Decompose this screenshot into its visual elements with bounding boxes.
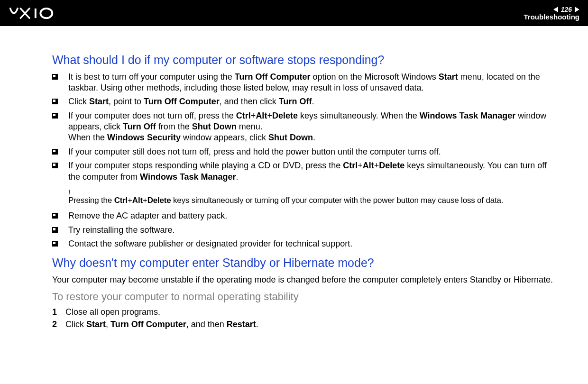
bullet-icon bbox=[52, 163, 58, 168]
step-text: Close all open programs. bbox=[65, 307, 560, 318]
prev-page-arrow-icon[interactable] bbox=[553, 7, 558, 12]
caution-text: Pressing the Ctrl+Alt+Delete keys simult… bbox=[68, 195, 560, 206]
list-item-text: If your computer does not turn off, pres… bbox=[68, 110, 560, 144]
question-2-title: Why doesn't my computer enter Standby or… bbox=[52, 255, 560, 271]
caution-note: ! Pressing the Ctrl+Alt+Delete keys simu… bbox=[68, 188, 560, 206]
steps-list: 1 Close all open programs. 2 Click Start… bbox=[52, 307, 560, 330]
list-item: If your computer still does not turn off… bbox=[52, 146, 560, 157]
header-bar: 126 Troubleshooting bbox=[0, 0, 588, 26]
step-text: Click Start, Turn Off Computer, and then… bbox=[65, 319, 560, 330]
list-item: Try reinstalling the software. bbox=[52, 225, 560, 236]
list-item-text: If your computer stops responding while … bbox=[68, 160, 560, 183]
page-content: What should I do if my computer or softw… bbox=[0, 26, 588, 330]
list-item-text: Click Start, point to Turn Off Computer,… bbox=[68, 96, 560, 107]
step-number: 2 bbox=[52, 319, 65, 330]
list-item-text: If your computer still does not turn off… bbox=[68, 146, 560, 157]
bullet-icon bbox=[52, 113, 58, 119]
bullet-icon bbox=[52, 149, 58, 155]
question-1-title: What should I do if my computer or softw… bbox=[52, 52, 560, 68]
list-item: Contact the software publisher or design… bbox=[52, 238, 560, 249]
bullet-list-1: It is best to turn off your computer usi… bbox=[52, 72, 560, 183]
step-number: 1 bbox=[52, 307, 65, 318]
sub-heading: To restore your computer to normal opera… bbox=[52, 290, 560, 304]
svg-point-1 bbox=[40, 8, 52, 18]
section-label: Troubleshooting bbox=[524, 13, 580, 21]
bullet-icon bbox=[52, 213, 58, 219]
step-item: 1 Close all open programs. bbox=[52, 307, 560, 318]
question-2-paragraph: Your computer may become unstable if the… bbox=[52, 274, 560, 285]
list-item: If your computer stops responding while … bbox=[52, 160, 560, 183]
bullet-icon bbox=[52, 74, 58, 80]
vaio-logo bbox=[9, 7, 76, 19]
bullet-list-2: Remove the AC adapter and battery pack. … bbox=[52, 210, 560, 249]
step-item: 2 Click Start, Turn Off Computer, and th… bbox=[52, 319, 560, 330]
page-nav: 126 bbox=[553, 6, 579, 13]
list-item-text: It is best to turn off your computer usi… bbox=[68, 72, 560, 94]
bullet-icon bbox=[52, 99, 58, 104]
list-item: If your computer does not turn off, pres… bbox=[52, 110, 560, 144]
header-right: 126 Troubleshooting bbox=[524, 5, 580, 21]
list-item-text: Contact the software publisher or design… bbox=[68, 238, 560, 249]
list-item-text: Remove the AC adapter and battery pack. bbox=[68, 210, 560, 221]
bullet-icon bbox=[52, 241, 58, 247]
list-item: Remove the AC adapter and battery pack. bbox=[52, 210, 560, 221]
list-item: It is best to turn off your computer usi… bbox=[52, 72, 560, 94]
next-page-arrow-icon[interactable] bbox=[575, 7, 579, 12]
page-number: 126 bbox=[561, 6, 572, 13]
list-item: Click Start, point to Turn Off Computer,… bbox=[52, 96, 560, 107]
caution-icon: ! bbox=[68, 188, 560, 195]
svg-rect-0 bbox=[35, 8, 37, 18]
bullet-icon bbox=[52, 227, 58, 233]
list-item-text: Try reinstalling the software. bbox=[68, 225, 560, 236]
